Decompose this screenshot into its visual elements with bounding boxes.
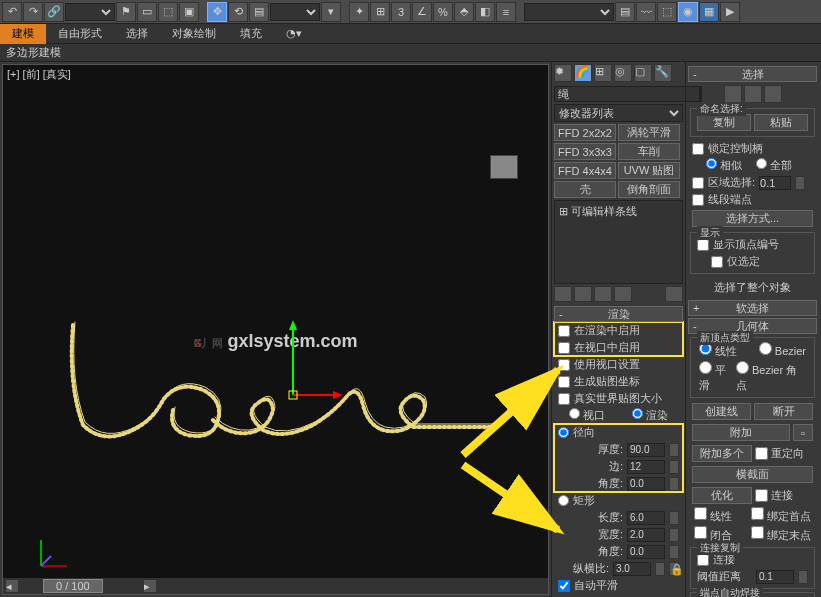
aspect-spinner[interactable] (655, 562, 665, 576)
create-line-button[interactable]: 创建线 (692, 403, 751, 420)
tab-selection[interactable]: 选择 (114, 24, 160, 44)
angle-input[interactable] (627, 477, 665, 491)
modifier-stack[interactable]: ⊞ 可编辑样条线 (554, 200, 683, 284)
bind-last-checkbox[interactable] (751, 526, 764, 539)
chamfer-button[interactable]: 倒角剖面 (618, 181, 680, 198)
curve-editor-button[interactable]: 〰 (636, 2, 656, 22)
refine-button[interactable]: 优化 (692, 487, 752, 504)
window-select-button[interactable]: ▣ (179, 2, 199, 22)
sides-input[interactable] (627, 460, 665, 474)
redo-button[interactable]: ↷ (23, 2, 43, 22)
connect2-checkbox[interactable] (697, 554, 709, 566)
motion-tab-icon[interactable]: ◎ (614, 64, 632, 82)
uvwmap-button[interactable]: UVW 贴图 (618, 162, 680, 179)
reorient-checkbox[interactable] (755, 447, 768, 460)
slider-prev-button[interactable]: ◂ (5, 579, 19, 593)
sides-spinner[interactable] (669, 460, 679, 474)
tab-expand[interactable]: ◔▾ (274, 24, 314, 44)
percent-snap-button[interactable]: % (433, 2, 453, 22)
turbosmooth-button[interactable]: 涡轮平滑 (618, 124, 680, 141)
length-spinner[interactable] (669, 511, 679, 525)
threshold-spinner[interactable] (798, 570, 808, 584)
tab-populate[interactable]: 填充 (228, 24, 274, 44)
aspect-lock-button[interactable]: 🔒 (669, 562, 679, 576)
time-slider[interactable]: ◂ 0 / 100 ▸ (3, 578, 548, 594)
thickness-input[interactable] (627, 443, 665, 457)
break-button[interactable]: 断开 (754, 403, 813, 420)
paste-sel-button[interactable]: 粘贴 (754, 114, 808, 131)
lock-handles-checkbox[interactable] (692, 143, 704, 155)
show-end-button[interactable] (574, 286, 592, 302)
hierarchy-tab-icon[interactable]: ⊞ (594, 64, 612, 82)
utilities-tab-icon[interactable]: 🔧 (654, 64, 672, 82)
segment-end-checkbox[interactable] (692, 194, 704, 206)
scale-button[interactable]: ▤ (249, 2, 269, 22)
tab-freeform[interactable]: 自由形式 (46, 24, 114, 44)
slider-next-button[interactable]: ▸ (143, 579, 157, 593)
undo-button[interactable]: ↶ (2, 2, 22, 22)
use-vp-settings-checkbox[interactable] (558, 359, 570, 371)
remove-mod-button[interactable] (614, 286, 632, 302)
viewcube[interactable] (490, 155, 518, 179)
snap-toggle-button[interactable]: ⊞ (370, 2, 390, 22)
ffd444-button[interactable]: FFD 4x4x4 (554, 162, 616, 179)
viewport[interactable]: [+] [前] [真实] GX丿网gxlsystem.com ◂ 0 / 100… (2, 64, 549, 595)
cross-section-button[interactable]: 横截面 (692, 466, 813, 483)
unique-button[interactable] (594, 286, 612, 302)
link-button[interactable]: 🔗 (44, 2, 64, 22)
move-gizmo[interactable] (283, 315, 343, 415)
enable-viewport-checkbox[interactable] (558, 342, 570, 354)
tab-objectpaint[interactable]: 对象绘制 (160, 24, 228, 44)
align-button[interactable]: ≡ (496, 2, 516, 22)
enable-render-checkbox[interactable] (558, 325, 570, 337)
thickness-spinner[interactable] (669, 443, 679, 457)
spinner-snap-button[interactable]: ⬘ (454, 2, 474, 22)
closed-checkbox[interactable] (694, 526, 707, 539)
stack-item-spline[interactable]: ⊞ 可编辑样条线 (557, 203, 680, 220)
rect-select-button[interactable]: ⬚ (158, 2, 178, 22)
angle2-input[interactable] (627, 545, 665, 559)
viewport-radio[interactable] (569, 408, 580, 419)
select-by-button[interactable]: 选择方式... (692, 210, 813, 227)
display-tab-icon[interactable]: ▢ (634, 64, 652, 82)
width-spinner[interactable] (669, 528, 679, 542)
copy-sel-button[interactable]: 复制 (697, 114, 751, 131)
area-select-checkbox[interactable] (692, 177, 704, 189)
gen-map-checkbox[interactable] (558, 376, 570, 388)
smooth-radio[interactable] (699, 361, 712, 374)
shell-button[interactable]: 壳 (554, 181, 616, 198)
softsel-rollout-header[interactable]: +软选择 (688, 300, 817, 316)
attach-button[interactable]: 附加 (692, 424, 790, 441)
filter-dropdown[interactable]: 全部 (65, 3, 115, 21)
create-tab-icon[interactable]: ✹ (554, 64, 572, 82)
manip-button[interactable]: ✦ (349, 2, 369, 22)
snap-3-button[interactable]: 3 (391, 2, 411, 22)
configure-button[interactable] (665, 286, 683, 302)
layer-button[interactable]: ▤ (615, 2, 635, 22)
width-input[interactable] (627, 528, 665, 542)
schematic-button[interactable]: ⬚ (657, 2, 677, 22)
viewport-label[interactable]: [+] [前] [真实] (7, 67, 71, 82)
tab-modeling[interactable]: 建模 (0, 24, 46, 44)
move-button[interactable]: ✥ (207, 2, 227, 22)
modifier-list-dropdown[interactable]: 修改器列表 (554, 104, 683, 122)
threshold-input[interactable] (756, 570, 794, 584)
area-select-spinner[interactable] (795, 176, 805, 190)
vertex-subobj-icon[interactable] (724, 85, 742, 103)
connect-checkbox[interactable] (755, 489, 768, 502)
lathe-button[interactable]: 车削 (618, 143, 680, 160)
selected-only-checkbox[interactable] (711, 256, 723, 268)
radial-radio[interactable] (558, 427, 569, 438)
ffd333-button[interactable]: FFD 3x3x3 (554, 143, 616, 160)
spline-subobj-icon[interactable] (764, 85, 782, 103)
flag-button[interactable]: ⚑ (116, 2, 136, 22)
coord-dropdown[interactable]: 视图 (270, 3, 320, 21)
bind-first-checkbox[interactable] (751, 507, 764, 520)
similar-radio[interactable] (706, 158, 717, 169)
render-rollout-header[interactable]: -渲染 (554, 306, 683, 322)
modify-tab-icon[interactable]: 🌈 (574, 64, 592, 82)
rotate-button[interactable]: ⟲ (228, 2, 248, 22)
show-vertnum-checkbox[interactable] (697, 239, 709, 251)
area-select-input[interactable] (759, 176, 791, 190)
object-name-input[interactable] (554, 86, 700, 102)
